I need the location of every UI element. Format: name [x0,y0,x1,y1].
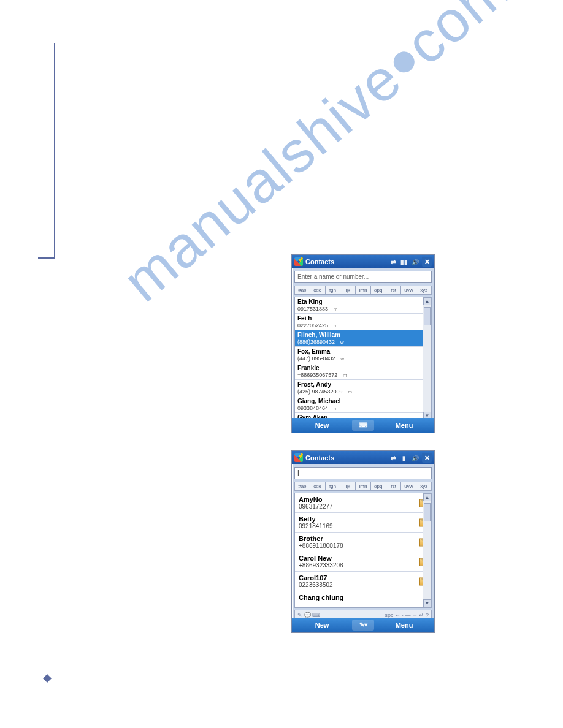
contact-row[interactable]: Fox, Emma (447) 895-0432 w [295,347,431,363]
alpha-chip[interactable]: opq [370,482,386,491]
alpha-chip[interactable]: cde [310,286,325,295]
app-title: Contacts [305,258,334,265]
alpha-index: #ab cde fgh ijk lmn opq rst uvw xyz [294,286,432,295]
connectivity-icon[interactable]: ⇄ [389,259,397,265]
page-margin-vertical [54,43,55,257]
scroll-up-icon[interactable]: ▲ [423,493,431,501]
signal-icon[interactable]: ▮▮ [400,259,408,265]
alpha-chip[interactable]: rst [386,286,401,295]
alpha-chip[interactable]: lmn [355,482,370,491]
contact-name: Chang chlung [299,594,419,601]
contact-row[interactable]: Giang, Michael 0933848464 m [295,396,431,413]
search-input[interactable]: Enter a name or number... [294,271,432,283]
contact-number: 0223633502 [299,582,419,588]
scroll-up-icon[interactable]: ▲ [423,297,431,305]
contact-name: Frankie [297,365,421,371]
screenshot-contacts-outlook: Contacts ⇄ ▮▮ 🔊 ✕ Enter a name or number… [291,254,435,433]
contact-name: AmyNo [299,496,419,503]
softkey-bar: New ✎▾ Menu [292,618,434,632]
contact-name: Eta King [297,298,421,305]
contact-number: (886)26890432 [297,339,335,345]
close-icon[interactable]: ✕ [422,257,432,267]
alpha-chip[interactable]: lmn [355,286,370,295]
contact-name: Carol107 [299,574,419,582]
contact-row[interactable]: Betty 0921841169 [295,513,431,533]
contact-number: (447) 895-0432 [297,355,335,362]
signal-icon[interactable]: ▮ [400,455,408,461]
contact-number: 0917531883 [297,306,328,312]
contact-tag: w [340,339,344,345]
alpha-chip[interactable]: cde [310,482,325,491]
volume-icon[interactable]: 🔊 [411,455,419,461]
contact-name: Carol New [299,555,419,562]
contact-name: Giang, Michael [297,398,421,404]
scrollbar[interactable]: ▲ ▼ [423,297,431,420]
contact-row[interactable]: Fei h 0227052425 m [295,314,431,330]
titlebar: Contacts ⇄ ▮▮ 🔊 ✕ [292,255,434,268]
app-title: Contacts [305,454,334,461]
alpha-index: #ab cde fgh ijk lmn opq rst uvw xyz [294,482,432,491]
alpha-chip[interactable]: xyz [416,286,432,295]
alpha-chip[interactable]: xyz [416,482,432,491]
footer-bullet-icon [43,674,52,683]
contact-name: Fox, Emma [297,348,421,355]
contact-row-selected[interactable]: Flinch, William (886)26890432 w [295,330,431,347]
alpha-chip[interactable]: #ab [294,286,310,295]
softkey-bar: New ⌨ Menu [292,418,434,433]
close-icon[interactable]: ✕ [422,453,432,463]
volume-icon[interactable]: 🔊 [411,259,419,265]
titlebar: Contacts ⇄ ▮ 🔊 ✕ [292,451,434,464]
contact-row[interactable]: AmyNo 0963172277 [295,493,431,513]
scroll-thumb[interactable] [424,503,431,521]
scrollbar[interactable]: ▲ ▼ [423,493,431,607]
contact-number: +886911800178 [299,542,419,549]
scroll-thumb[interactable] [424,307,431,325]
contact-row[interactable]: Frost, Andy (425) 9874532009 m [295,380,431,396]
contact-name: Brother [299,535,419,542]
contact-tag: m [334,306,338,312]
alpha-chip[interactable]: ijk [340,482,355,491]
alpha-chip[interactable]: uvw [400,286,416,295]
contact-number: 0963172277 [299,503,419,510]
alpha-chip[interactable]: opq [370,286,386,295]
search-input[interactable]: | [294,467,432,479]
contact-row[interactable]: Eta King 0917531883 m [295,297,431,314]
contact-list: AmyNo 0963172277 Betty 0921841169 Brothe… [294,493,432,608]
contact-tag: m [348,389,352,395]
softkey-new[interactable]: New [292,621,352,629]
contact-number: +886935067572 [297,372,337,378]
contact-number: 0933848464 [297,405,328,411]
contact-number: (425) 9874532009 [297,389,343,395]
contact-row-partial[interactable]: Chang chlung [295,591,431,604]
softkey-menu[interactable]: Menu [374,621,434,629]
contact-number: 0921841169 [299,523,419,529]
contact-row[interactable]: Frankie +886935067572 m [295,363,431,380]
alpha-chip[interactable]: uvw [400,482,416,491]
contact-tag: m [343,373,347,378]
scroll-down-icon[interactable]: ▼ [423,599,431,607]
softkey-new[interactable]: New [292,422,352,429]
connectivity-icon[interactable]: ⇄ [389,455,397,461]
alpha-chip[interactable]: rst [386,482,401,491]
contact-tag: m [334,323,338,328]
alpha-chip[interactable]: fgh [325,482,340,491]
alpha-chip[interactable]: ijk [340,286,355,295]
start-flag-icon[interactable] [294,257,303,266]
alpha-chip[interactable]: fgh [325,286,340,295]
contact-name: Flinch, William [297,332,421,338]
contact-name: Frost, Andy [297,381,421,388]
contact-tag: m [334,406,338,411]
contact-number: +886932333208 [299,562,419,569]
alpha-chip[interactable]: #ab [294,482,310,491]
contact-list: Eta King 0917531883 m Fei h 0227052425 m… [294,297,432,420]
contact-name: Fei h [297,315,421,322]
start-flag-icon[interactable] [294,453,303,462]
sip-toggle-icon[interactable]: ✎▾ [352,620,374,631]
contact-row[interactable]: Carol107 0223633502 [295,572,431,591]
contact-row[interactable]: Brother +886911800178 [295,533,431,552]
softkey-menu[interactable]: Menu [374,422,434,429]
contact-number: 0227052425 [297,322,328,328]
sip-toggle-icon[interactable]: ⌨ [352,420,374,431]
contact-row[interactable]: Carol New +886932333208 [295,552,431,572]
page-margin-tick [38,257,55,259]
